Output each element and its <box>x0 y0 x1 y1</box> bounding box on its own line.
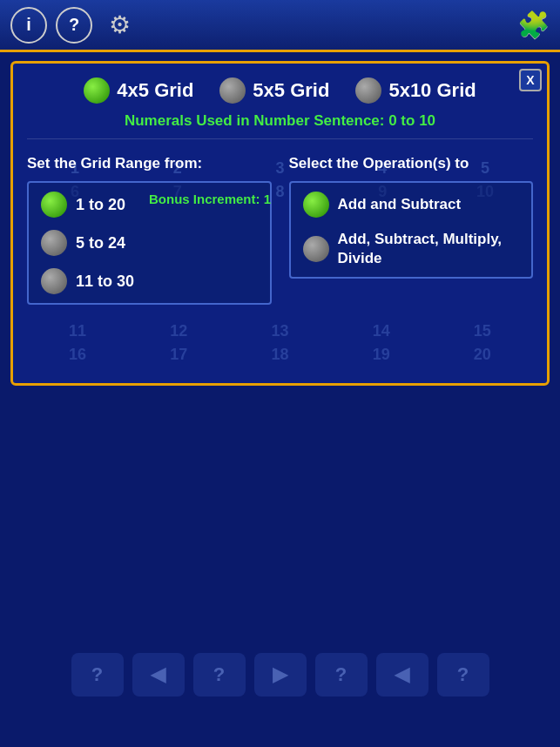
main-panel: X 4x5 Grid 5x5 Grid 5x10 Grid Numerals U… <box>10 61 550 386</box>
grid-label-5x10: 5x10 Grid <box>388 79 476 102</box>
bottom-row-1: ? ◀ ? ▶ ? ◀ ? <box>0 653 560 697</box>
header: i ? ⚙ 🧩 <box>0 0 560 52</box>
radio-5x5 <box>219 77 246 104</box>
range-label-5to24: 5 to 24 <box>76 234 125 252</box>
settings-row: Set the Grid Range from: 1 to 20 5 to 24… <box>27 155 533 305</box>
op-option-add-sub[interactable]: Add and Subtract <box>303 192 520 218</box>
numerals-line: Numerals Used in Number Sentence: 0 to 1… <box>27 112 533 139</box>
bottom-cell-1: ? <box>71 653 124 697</box>
grid-option-5x5[interactable]: 5x5 Grid <box>219 77 329 104</box>
info-button[interactable]: i <box>10 7 47 44</box>
bottom-cell-6: ◀ <box>376 653 428 697</box>
grid-label-4x5: 4x5 Grid <box>117 79 193 102</box>
range-option-5to24[interactable]: 5 to 24 <box>41 230 258 256</box>
settings-button[interactable]: ⚙ <box>101 7 138 44</box>
op-label-all-ops: Add, Subtract, Multiply, Divide <box>338 230 520 268</box>
range-option-11to30[interactable]: 11 to 30 <box>41 268 258 294</box>
bottom-cell-7: ? <box>437 653 489 697</box>
op-option-all-ops[interactable]: Add, Subtract, Multiply, Divide <box>303 230 520 268</box>
bottom-cell-2: ◀ <box>132 653 185 697</box>
range-column: Set the Grid Range from: 1 to 20 5 to 24… <box>27 155 272 305</box>
bottom-cell-3: ? <box>193 653 246 697</box>
grid-option-5x10[interactable]: 5x10 Grid <box>355 77 476 104</box>
bottom-cell-5: ? <box>315 653 368 697</box>
grid-label-5x5: 5x5 Grid <box>253 79 329 102</box>
radio-11to30 <box>41 268 67 294</box>
grid-option-4x5[interactable]: 4x5 Grid <box>84 77 193 104</box>
radio-5x10 <box>355 77 381 104</box>
radio-4x5 <box>84 77 110 104</box>
close-button[interactable]: X <box>519 69 542 91</box>
puzzle-icon: 🧩 <box>517 10 550 40</box>
range-title: Set the Grid Range from: <box>27 155 272 172</box>
radio-1to20 <box>41 192 67 218</box>
grid-selector: 4x5 Grid 5x5 Grid 5x10 Grid <box>27 77 533 104</box>
bottom-cell-4: ▶ <box>254 653 307 697</box>
bg-numbers-lower: 11 12 13 14 15 16 17 18 19 20 <box>27 322 533 364</box>
radio-add-sub <box>303 192 329 218</box>
range-label-11to30: 11 to 30 <box>76 273 134 291</box>
operations-title: Select the Operation(s) to <box>289 155 534 172</box>
bottom-grid: ? ◀ ? ▶ ? ◀ ? <box>0 653 560 703</box>
range-label-1to20: 1 to 20 <box>76 196 125 214</box>
operations-box: Add and Subtract Add, Subtract, Multiply… <box>289 181 534 279</box>
header-left: i ? ⚙ <box>10 7 138 44</box>
help-button[interactable]: ? <box>56 7 92 44</box>
radio-all-ops <box>303 236 329 262</box>
operations-column: Select the Operation(s) to Add and Subtr… <box>289 155 534 305</box>
bonus-increment-label: Bonus Increment: 1 <box>149 192 271 206</box>
radio-5to24 <box>41 230 67 256</box>
op-label-add-sub: Add and Subtract <box>338 195 462 214</box>
